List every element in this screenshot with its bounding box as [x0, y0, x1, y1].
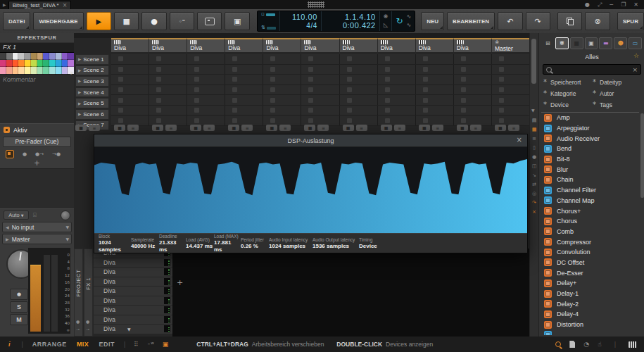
color-swatch[interactable]	[37, 53, 44, 60]
row-menu-button[interactable]: ≡	[394, 125, 405, 131]
search-input[interactable]	[555, 65, 629, 74]
info-icon[interactable]: i	[8, 341, 11, 348]
clip-slot[interactable]	[492, 106, 530, 115]
filter-chip[interactable]: *Dateityp	[593, 77, 642, 87]
color-swatch[interactable]	[62, 60, 68, 67]
solo-button[interactable]: S	[10, 301, 28, 313]
device-item[interactable]: Compressor	[541, 237, 639, 247]
color-swatch[interactable]	[62, 67, 68, 74]
fill-mode-button[interactable]: ▣	[225, 12, 249, 30]
scene-button[interactable]: ▶Scene 4	[75, 87, 109, 98]
clip-slot[interactable]	[340, 85, 378, 95]
track-header[interactable]: Diva	[340, 38, 378, 52]
track-header[interactable]: ♔Master	[492, 38, 530, 52]
add-device-button[interactable]: +	[177, 278, 183, 287]
color-swatch[interactable]	[37, 67, 44, 74]
clip-slot[interactable]	[263, 65, 301, 75]
color-swatch[interactable]	[31, 67, 37, 74]
color-swatch[interactable]	[43, 53, 49, 60]
clip-slot[interactable]	[378, 95, 416, 105]
clip-slot[interactable]	[378, 85, 416, 95]
file-menu-button[interactable]: DATEI	[3, 12, 30, 30]
clip-slot[interactable]	[378, 75, 416, 84]
tempo-value[interactable]: 110.00	[284, 13, 317, 21]
close-strip-icon[interactable]: ×	[532, 209, 536, 215]
clip-slot[interactable]	[301, 65, 339, 75]
file-status-icon[interactable]	[569, 341, 575, 348]
track-header[interactable]: Diva	[149, 38, 187, 52]
device-item[interactable]: Chorus+	[541, 206, 639, 216]
stop-all-button[interactable]: ■	[228, 125, 239, 131]
clip-slot[interactable]	[301, 85, 339, 95]
color-swatch[interactable]	[18, 67, 25, 74]
device-item[interactable]: Chorus	[541, 216, 639, 227]
device-item[interactable]: DC Offset	[541, 258, 639, 268]
clip-slot[interactable]	[378, 54, 416, 64]
close-window-icon[interactable]: ✕	[633, 1, 638, 8]
audio-engine-button[interactable]	[197, 12, 222, 30]
row-menu-button[interactable]: ≡	[203, 125, 215, 131]
device-item[interactable]: De-Esser	[541, 268, 639, 278]
scene-button[interactable]: ▶Scene 2	[75, 65, 109, 76]
clip-slot[interactable]	[340, 54, 378, 64]
layers-icon[interactable]: ◫	[532, 163, 537, 169]
filter-chip[interactable]: *Speicherort	[543, 77, 593, 87]
clip-slot[interactable]	[225, 75, 263, 84]
clip-slot[interactable]	[149, 65, 187, 75]
fill-status-icon[interactable]: ▣	[163, 341, 169, 348]
clip-slot[interactable]	[187, 54, 225, 64]
scene-button[interactable]: ▶Scene 3	[75, 76, 109, 87]
locations-tab-icon[interactable]: ▭	[629, 37, 642, 49]
browser-scrollbar[interactable]	[640, 113, 644, 198]
clip-slot[interactable]	[454, 95, 492, 105]
close-tab-icon[interactable]: ×	[63, 2, 68, 8]
io-grid-icon[interactable]: ▦	[532, 127, 537, 132]
stop-all-button[interactable]: ■	[304, 125, 315, 131]
dialog-header[interactable]: DSP-Auslastung ×	[94, 134, 527, 147]
mixer-track-row[interactable]: Diva	[94, 306, 172, 315]
device-item[interactable]: Comb	[541, 227, 639, 237]
color-swatch[interactable]	[0, 60, 6, 67]
color-swatch[interactable]	[56, 60, 62, 67]
device-item[interactable]: Channel Map	[541, 196, 639, 206]
record-button[interactable]: ●	[141, 12, 166, 30]
stop-all-button[interactable]: ■	[495, 125, 506, 131]
filter-chip[interactable]: *Autor	[593, 89, 642, 99]
device-item[interactable]	[541, 329, 639, 335]
stop-all-button[interactable]: ■	[152, 125, 163, 131]
cursor-icon[interactable]: ↘	[532, 172, 536, 178]
groove-icon[interactable]: ❋	[384, 13, 389, 20]
device-item[interactable]: Chain	[541, 175, 639, 185]
comment-field[interactable]: Kommentar	[0, 74, 74, 124]
level-meter[interactable]: 0481216202428323640∞	[28, 248, 70, 334]
redo-strip-icon[interactable]: ↷	[532, 200, 536, 206]
row-menu-button[interactable]: ≡	[470, 125, 481, 131]
color-swatch[interactable]	[49, 67, 56, 74]
virtual-keyboard-icon[interactable]	[629, 341, 637, 348]
track-name-field[interactable]: FX 1	[0, 43, 74, 53]
mixer-track-row[interactable]: Diva	[94, 268, 172, 277]
copy-button[interactable]	[557, 12, 582, 30]
mixer-track-row[interactable]: Diva	[94, 258, 172, 268]
color-swatch[interactable]	[0, 67, 6, 74]
clip-slot[interactable]	[225, 54, 263, 64]
color-swatch[interactable]	[25, 60, 31, 67]
clip-slot[interactable]	[187, 106, 225, 115]
volume-fader[interactable]	[30, 265, 41, 332]
clip-slot[interactable]	[492, 54, 530, 64]
clip-slot[interactable]	[416, 85, 454, 95]
track-header[interactable]: Diva	[225, 38, 263, 52]
clip-slot[interactable]	[111, 75, 149, 84]
clip-slot[interactable]	[225, 95, 263, 105]
mixer-track-row[interactable]: Diva	[94, 287, 172, 296]
clip-slot[interactable]	[263, 106, 301, 115]
track-header[interactable]: Diva	[111, 38, 149, 52]
new-menu-button[interactable]: NEU	[421, 12, 444, 30]
punch-out-icon[interactable]: ∿	[407, 22, 412, 29]
play-button[interactable]: ▶	[87, 12, 111, 30]
stop-all-button[interactable]: ■	[114, 125, 125, 131]
prefader-selector[interactable]: Pre-Fader (Cue)	[3, 137, 71, 147]
mixer-track-row[interactable]: Diva	[94, 315, 172, 325]
color-swatch[interactable]	[37, 60, 44, 67]
playback-menu-button[interactable]: WIEDERGABE	[33, 12, 83, 30]
